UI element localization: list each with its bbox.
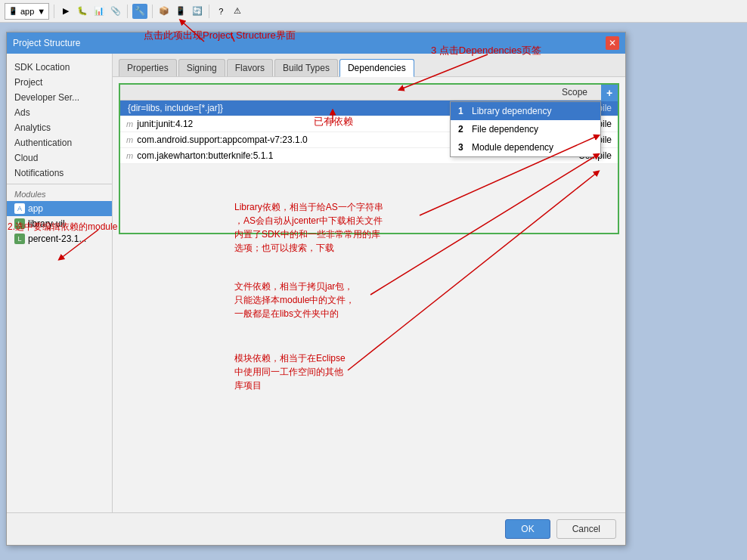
lib-icon-1: L <box>14 218 25 229</box>
dropdown-item-module[interactable]: 3 Module dependency <box>451 138 600 156</box>
avd-icon[interactable]: 📱 <box>174 5 188 18</box>
tabs-bar: Properties Signing Flavors Build Types D… <box>113 54 625 77</box>
toolbar-sep-2 <box>127 5 128 18</box>
sidebar: SDK Location Project Developer Ser... Ad… <box>7 54 113 512</box>
run-icon[interactable]: ▶ <box>59 5 73 18</box>
sidebar-item-library-uil[interactable]: L library-uil <box>7 216 112 231</box>
dialog-body: SDK Location Project Developer Ser... Ad… <box>7 54 625 512</box>
dropdown-num-2: 2 <box>458 124 467 135</box>
module-percent-label: percent-23.1... <box>28 234 86 244</box>
sidebar-item-notifications[interactable]: Notifications <box>7 166 112 181</box>
attach-icon[interactable]: 📎 <box>109 5 122 18</box>
sidebar-item-developer-services[interactable]: Developer Ser... <box>7 90 112 105</box>
debug-icon[interactable]: 🐛 <box>76 5 89 18</box>
module-library-uil-label: library-uil <box>28 218 65 229</box>
dropdown-arrow-icon: ▼ <box>37 7 45 16</box>
project-structure-icon[interactable]: 🔧 <box>132 4 147 19</box>
error-icon[interactable]: ⚠ <box>231 5 244 18</box>
help-icon[interactable]: ? <box>214 5 228 18</box>
app-label: app <box>20 7 34 16</box>
sync-icon[interactable]: 🔄 <box>191 5 204 18</box>
sidebar-item-authentication[interactable]: Authentication <box>7 135 112 150</box>
dialog-titlebar: Project Structure ✕ <box>7 32 625 54</box>
sidebar-divider <box>7 184 112 184</box>
dropdown-item-file[interactable]: 2 File dependency <box>451 120 600 138</box>
cancel-button[interactable]: Cancel <box>556 519 616 539</box>
android-icon: A <box>14 203 25 214</box>
dep-dropdown: 1 Library dependency 2 File dependency 3… <box>450 101 601 157</box>
dropdown-num-1: 1 <box>458 106 467 116</box>
sidebar-item-analytics[interactable]: Analytics <box>7 120 112 135</box>
project-structure-dialog: Project Structure ✕ SDK Location Project… <box>6 32 626 546</box>
dep-area: + Scope <box>113 77 625 512</box>
sidebar-item-cloud[interactable]: Cloud <box>7 150 112 166</box>
sidebar-item-ads[interactable]: Ads <box>7 105 112 120</box>
tab-properties[interactable]: Properties <box>119 59 177 76</box>
tab-dependencies[interactable]: Dependencies <box>339 59 414 77</box>
dropdown-label-file: File dependency <box>472 124 538 135</box>
sidebar-item-project[interactable]: Project <box>7 75 112 90</box>
tab-flavors[interactable]: Flavors <box>227 59 273 76</box>
dialog-footer: OK Cancel <box>7 512 625 545</box>
module-app-label: app <box>28 203 43 214</box>
toolbar-sep-3 <box>152 5 153 18</box>
sdk-icon[interactable]: 📦 <box>157 5 171 18</box>
sidebar-module-header: Modules <box>7 187 112 201</box>
dropdown-num-3: 3 <box>458 142 467 153</box>
coverage-icon[interactable]: 📊 <box>92 5 106 18</box>
dropdown-label-library: Library dependency <box>472 106 551 116</box>
toolbar-sep-1 <box>54 5 54 18</box>
add-dependency-button[interactable]: + <box>601 85 618 101</box>
row-4-prefix: m <box>126 151 135 160</box>
row-2-prefix: m <box>126 119 135 128</box>
tab-signing[interactable]: Signing <box>178 59 225 76</box>
dropdown-item-library[interactable]: 1 Library dependency <box>451 102 600 120</box>
sidebar-item-sdk-location[interactable]: SDK Location <box>7 60 112 75</box>
ok-button[interactable]: OK <box>505 519 550 539</box>
sidebar-item-percent[interactable]: L percent-23.1... <box>7 231 112 246</box>
tab-build-types[interactable]: Build Types <box>274 59 338 76</box>
toolbar-sep-4 <box>209 5 209 18</box>
dropdown-label-module: Module dependency <box>472 142 553 153</box>
dialog-title: Project Structure <box>13 38 80 48</box>
dialog-close-button[interactable]: ✕ <box>606 36 619 50</box>
dep-col-name <box>120 85 518 101</box>
content-area: Properties Signing Flavors Build Types D… <box>113 54 625 512</box>
lib-icon-2: L <box>14 234 25 244</box>
row-3-prefix: m <box>126 135 135 144</box>
toolbar: 📱 app ▼ ▶ 🐛 📊 📎 🔧 📦 📱 🔄 ? ⚠ <box>0 0 747 23</box>
dep-table-header: Scope <box>120 85 618 101</box>
sidebar-item-app[interactable]: A app <box>7 201 112 216</box>
app-dropdown[interactable]: 📱 app ▼ <box>5 3 49 20</box>
